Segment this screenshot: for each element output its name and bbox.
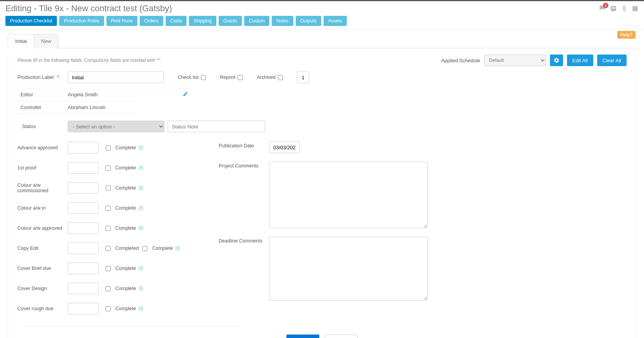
status-select[interactable]: - Select an option - bbox=[68, 121, 164, 132]
checklist-date-input[interactable] bbox=[68, 222, 99, 234]
schedule-select[interactable]: Default bbox=[484, 55, 546, 66]
notification-badge: 2 bbox=[603, 3, 608, 8]
completed-label: Completed bbox=[115, 246, 139, 251]
editor-lbl: Editor bbox=[17, 92, 68, 97]
production-label-input[interactable] bbox=[68, 72, 164, 83]
complete-checkbox[interactable] bbox=[106, 246, 111, 251]
complete-label: Complete bbox=[115, 306, 136, 311]
edit-icon[interactable] bbox=[183, 91, 188, 98]
nav-tab-costs[interactable]: Costs bbox=[166, 16, 187, 26]
checklist-date-input[interactable] bbox=[68, 283, 99, 294]
pubdate-input[interactable] bbox=[269, 142, 300, 153]
checklist-date-input[interactable] bbox=[68, 263, 99, 274]
complete-label: Complete bbox=[115, 165, 136, 171]
complete-label: Complete bbox=[115, 205, 136, 211]
production-label-lbl: Production Label * bbox=[17, 75, 68, 80]
complete-checkbox[interactable] bbox=[106, 206, 111, 211]
status-note-input[interactable] bbox=[168, 121, 265, 132]
checklist-date-input[interactable] bbox=[68, 142, 99, 154]
checklist-item-label: Advance approved bbox=[17, 145, 68, 150]
tab-initial[interactable]: Initial bbox=[8, 34, 34, 48]
deadcomments-lbl: Deadline Comments bbox=[219, 237, 269, 300]
complete-checkbox[interactable] bbox=[106, 286, 111, 291]
popup-icon[interactable] bbox=[139, 166, 143, 170]
pubdate-lbl: Publication Date bbox=[219, 142, 269, 153]
checklist-date-input[interactable] bbox=[68, 202, 99, 214]
edit-all-button[interactable]: Edit All bbox=[567, 55, 593, 66]
nav-tabs: Production ChecklistProduction RolesPrin… bbox=[0, 14, 644, 30]
complete-checkbox[interactable] bbox=[106, 186, 111, 191]
popup-icon[interactable] bbox=[139, 206, 143, 210]
checklist-item-label: Cover Design bbox=[17, 286, 68, 291]
checklist-row: Colour a/w inComplete bbox=[17, 202, 203, 214]
complete-checkbox[interactable] bbox=[106, 166, 111, 171]
nav-tab-shipping[interactable]: Shipping bbox=[189, 16, 216, 26]
controller-lbl: Controller bbox=[17, 105, 68, 110]
nav-tab-notes[interactable]: Notes bbox=[272, 16, 293, 26]
help-button[interactable]: Help? bbox=[617, 31, 635, 39]
status-lbl: Status bbox=[17, 124, 68, 129]
nav-tab-custom[interactable]: Custom bbox=[244, 16, 269, 26]
tab-new[interactable]: New bbox=[34, 34, 58, 48]
checklist-item-label: Colour a/w commissioned bbox=[17, 183, 68, 193]
checklist-row: 1st proofComplete bbox=[17, 162, 203, 174]
schedule-label: Applied Schedule bbox=[441, 58, 480, 63]
clear-all-button[interactable]: Clear All bbox=[597, 55, 627, 66]
checklist-date-input[interactable] bbox=[68, 182, 99, 194]
checklist-row: Advance approvedComplete bbox=[17, 142, 203, 154]
nav-tab-orders[interactable]: Orders bbox=[140, 16, 163, 26]
notes-icon[interactable] bbox=[610, 5, 617, 12]
subtabs: Initial New bbox=[8, 34, 636, 48]
nav-tab-assets[interactable]: Assets bbox=[324, 16, 347, 26]
complete-label: Complete bbox=[115, 286, 136, 291]
complete-checkbox[interactable] bbox=[106, 306, 111, 311]
deadline-comments-input[interactable] bbox=[269, 237, 428, 300]
checklist-item-label: 1st proof bbox=[17, 165, 68, 171]
project-comments-input[interactable] bbox=[269, 162, 428, 228]
nav-tab-production-roles[interactable]: Production Roles bbox=[59, 16, 104, 26]
update-button[interactable]: Update bbox=[286, 335, 319, 338]
popup-icon[interactable] bbox=[139, 266, 143, 271]
editor-value: Angela Smith bbox=[68, 92, 98, 97]
nav-tab-print-runs[interactable]: Print Runs bbox=[106, 16, 137, 26]
nav-tab-production-checklist[interactable]: Production Checklist bbox=[5, 16, 57, 26]
complete-checkbox[interactable] bbox=[106, 145, 111, 150]
complete-checkbox[interactable] bbox=[106, 226, 111, 231]
popup-icon[interactable] bbox=[139, 145, 143, 150]
order-input[interactable] bbox=[297, 72, 309, 83]
checklist-item-label: Cover rough due bbox=[17, 306, 68, 311]
checklist-row: Cover DesignComplete bbox=[17, 282, 203, 295]
checklist-date-input[interactable] bbox=[68, 242, 99, 254]
complete-label: Complete bbox=[115, 225, 136, 231]
popup-icon[interactable] bbox=[139, 186, 143, 190]
complete-label: Complete bbox=[152, 246, 173, 251]
popup-icon[interactable] bbox=[139, 286, 143, 291]
reprint-checkbox[interactable] bbox=[238, 75, 243, 80]
popup-icon[interactable] bbox=[139, 226, 143, 230]
checklist-row: Colour a/w commissionedComplete bbox=[17, 182, 203, 194]
header-icon-bar: 2 bbox=[599, 3, 639, 12]
checklist-item-label: Colour a/w in bbox=[17, 205, 68, 211]
comments-icon[interactable]: 2 bbox=[599, 5, 606, 12]
popup-icon[interactable] bbox=[175, 246, 180, 251]
nav-tab-grants[interactable]: Grants bbox=[219, 16, 242, 26]
nav-tab-outputs[interactable]: Outputs bbox=[296, 16, 321, 26]
checklist-row: Copy EditCompletedComplete bbox=[17, 242, 203, 254]
complete-label: Complete bbox=[115, 266, 136, 271]
completed-checkbox[interactable] bbox=[142, 246, 147, 251]
reprint-lbl: Reprint bbox=[220, 75, 235, 80]
cancel-button[interactable]: Cancel bbox=[325, 335, 358, 338]
checklist-date-input[interactable] bbox=[68, 303, 99, 314]
archive-icon[interactable] bbox=[632, 5, 639, 12]
checklist-checkbox[interactable] bbox=[201, 75, 206, 80]
settings-button[interactable] bbox=[550, 55, 563, 66]
form-hint: Please fill in the following fields. Com… bbox=[17, 58, 161, 63]
attach-icon[interactable] bbox=[621, 5, 628, 12]
complete-checkbox[interactable] bbox=[106, 266, 111, 271]
archived-lbl: Archived bbox=[257, 75, 276, 80]
checklist-date-input[interactable] bbox=[68, 162, 99, 174]
checklist-row: Cover Brief dueComplete bbox=[17, 262, 203, 275]
checklist-row: Colour a/w approvedComplete bbox=[17, 222, 203, 234]
archived-checkbox[interactable] bbox=[278, 75, 283, 80]
popup-icon[interactable] bbox=[139, 306, 143, 311]
